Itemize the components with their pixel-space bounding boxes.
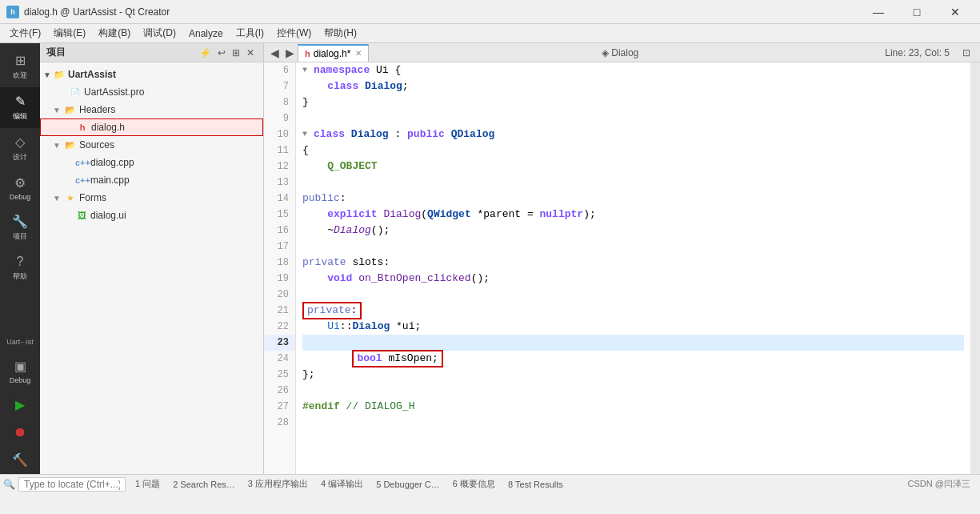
sidebar-item-help[interactable]: ? 帮助 [0,248,40,288]
tree-item-root[interactable]: ▼ 📁 UartAssist [40,66,263,83]
sidebar-icons: ⊞ 欢迎 ✎ 编辑 ◇ 设计 ⚙ Debug 🔧 项目 ? 帮助 Uart···… [0,43,40,474]
locate-input[interactable] [24,479,120,490]
tree-item-maincpp[interactable]: c++ main.cpp [40,171,263,189]
minimize-button[interactable]: — [860,0,897,24]
code-line-10: ▼ class Dialog : public QDialog [302,126,964,143]
bottom-tab-issues[interactable]: 1 问题 [129,476,166,492]
menu-item-w[interactable]: 控件(W) [270,24,318,43]
add-button[interactable]: ⊞ [230,46,242,59]
expand-arrow-sources: ▼ [53,141,62,150]
tab-icon-h: h [305,49,310,58]
sidebar-item-run[interactable]: ▶ [0,391,40,419]
expand-arrow-root: ▼ [43,70,53,79]
tree-item-sources[interactable]: ▼ 📂 Sources [40,136,263,154]
tab-label-dialogh: dialog.h* [314,48,351,59]
bottom-tab-overview[interactable]: 6 概要信息 [446,476,502,492]
breadcrumb-label: ◈ Dialog [602,47,638,58]
scroll-indicator[interactable] [970,62,980,474]
main-layout: ⊞ 欢迎 ✎ 编辑 ◇ 设计 ⚙ Debug 🔧 项目 ? 帮助 Uart···… [0,43,980,474]
tab-bar: ◀ ▶ h dialog.h* ✕ ◈ Dialog Line: 23, Col… [264,43,980,62]
tree-label-sources: Sources [79,139,114,151]
tree-item-dialogcpp[interactable]: c++ dialog.cpp [40,154,263,171]
code-line-26 [302,383,964,399]
menu-item-analyze[interactable]: Analyze [182,24,230,43]
sidebar-item-record[interactable]: ⏺ [0,419,40,446]
code-content[interactable]: ▼ namespace Ui { class Dialog; } ▼ class… [296,62,970,474]
expand-arrow-headers: ▼ [53,106,62,114]
ln-8: 8 [264,94,295,110]
tab-dialogh[interactable]: h dialog.h* ✕ [298,44,369,62]
ln-14: 14 [264,191,295,207]
project-icon: 🔧 [12,214,28,229]
code-line-14: public: [302,191,964,207]
ln-25: 25 [264,367,295,383]
sidebar-item-debug2[interactable]: ▣ Debug [0,352,40,391]
project-panel: 项目 ⚡ ↩ ⊞ ✕ ▼ 📁 UartAssist 📄 UartAssist.p… [40,43,264,474]
code-line-19: void on_BtnOpen_clicked(); [302,271,964,287]
tab-nav-next[interactable]: ▶ [282,46,298,59]
design-icon: ◇ [15,135,25,150]
ln-20: 20 [264,287,295,303]
bottom-tab-search[interactable]: 2 Search Res… [166,478,242,491]
bottom-tab-debugger[interactable]: 5 Debugger C… [370,478,446,491]
close-panel-button[interactable]: ✕ [244,46,257,59]
tree-item-headers[interactable]: ▼ 📂 Headers [40,101,263,118]
locate-search[interactable] [18,477,126,492]
sidebar-item-build[interactable]: 🔨 [0,446,40,474]
bottom-tab-buildoutput[interactable]: 4 编译输出 [314,476,370,492]
ln-6: 6 [264,62,295,78]
sidebar-label-debug: Debug [10,193,31,201]
sidebar-item-design[interactable]: ◇ 设计 [0,128,40,169]
tree-label-forms: Forms [79,192,106,203]
menu-item-i[interactable]: 工具(I) [230,24,270,43]
expand-arrow-forms: ▼ [53,194,62,203]
sidebar-label-edit: 编辑 [13,111,27,122]
code-line-18: private slots: [302,255,964,271]
tab-nav-prev[interactable]: ◀ [267,46,282,59]
menu-item-e[interactable]: 编辑(E) [47,24,92,43]
ln-23: 23 [264,335,295,351]
sidebar-item-uartassist[interactable]: Uart···ist [0,331,40,352]
sidebar-label-debug2: Debug [10,376,31,384]
code-line-17 [302,239,964,255]
ln-19: 19 [264,271,295,287]
sidebar-item-debug[interactable]: ⚙ Debug [0,169,40,207]
headers-folder-icon: 📂 [64,105,77,115]
code-line-8: } [302,94,964,110]
code-line-9 [302,110,964,126]
filter-button[interactable]: ⚡ [197,46,214,59]
menu-item-d[interactable]: 调试(D) [137,24,182,43]
sync-button[interactable]: ↩ [215,46,228,59]
menu-item-b[interactable]: 构建(B) [92,24,137,43]
editor-area: ◀ ▶ h dialog.h* ✕ ◈ Dialog Line: 23, Col… [264,43,980,474]
file-tree: ▼ 📁 UartAssist 📄 UartAssist.pro ▼ 📂 Head… [40,62,263,474]
tree-item-forms[interactable]: ▼ ★ Forms [40,189,263,207]
tree-item-dialogui[interactable]: 🖼 dialog.ui [40,207,263,224]
bottom-tab-testresults[interactable]: 8 Test Results [502,478,570,491]
expand-editor-button[interactable]: ⊡ [962,47,970,58]
code-line-16: ~Dialog(); [302,223,964,239]
maximize-button[interactable]: □ [898,0,935,24]
code-line-22: Ui::Dialog *ui; [302,319,964,335]
tree-item-pro[interactable]: 📄 UartAssist.pro [40,83,263,101]
menu-bar: 文件(F)编辑(E)构建(B)调试(D)Analyze工具(I)控件(W)帮助(… [0,24,980,43]
cpp-file-icon-dialog: c++ [75,158,88,167]
code-editor[interactable]: 6 7 8 9 10 11 12 13 14 15 16 17 18 19 20… [264,62,980,474]
ln-21: 21 [264,303,295,319]
ln-16: 16 [264,223,295,239]
tree-item-dialogh[interactable]: h dialog.h [40,118,263,136]
welcome-icon: ⊞ [15,53,26,68]
menu-item-h[interactable]: 帮助(H) [318,24,363,43]
title-bar-left: h dialog.h @ UartAssist - Qt Creator [6,6,170,18]
ln-12: 12 [264,159,295,175]
sidebar-item-edit[interactable]: ✎ 编辑 [0,87,40,128]
bottom-tab-appoutput[interactable]: 3 应用程序输出 [242,476,314,492]
sidebar-item-project[interactable]: 🔧 项目 [0,207,40,248]
sidebar-item-welcome[interactable]: ⊞ 欢迎 [0,46,40,87]
panel-toolbar: ⚡ ↩ ⊞ ✕ [197,46,257,59]
close-button[interactable]: ✕ [937,0,974,24]
tree-label-root: UartAssist [68,69,116,80]
sidebar-label-uart: Uart···ist [6,338,34,346]
tab-close-dialogh[interactable]: ✕ [355,49,362,58]
menu-item-f[interactable]: 文件(F) [3,24,47,43]
